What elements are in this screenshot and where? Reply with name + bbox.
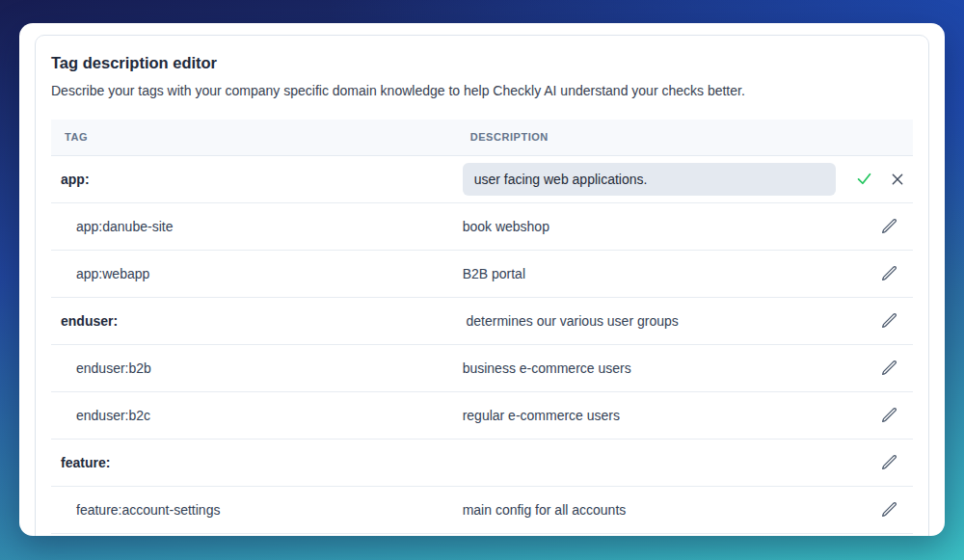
description-label: main config for all accounts: [463, 502, 627, 518]
tag-label: app:danube-site: [76, 219, 173, 234]
table-header-row: TAG DESCRIPTION: [51, 120, 913, 156]
tag-label: app:webapp: [76, 266, 149, 281]
pencil-icon: [881, 454, 897, 470]
table-row-editing: app:: [51, 156, 913, 203]
table-row: feature:account-settings main config for…: [51, 487, 913, 534]
table-row: enduser: determines our various user gro…: [51, 298, 913, 345]
cancel-button[interactable]: [888, 170, 907, 189]
description-label: business e-commerce users: [463, 360, 631, 376]
table-row: enduser:b2c regular e-commerce users: [51, 392, 913, 440]
tag-label: enduser:b2c: [76, 408, 150, 423]
column-header-tag: TAG: [51, 131, 461, 143]
column-header-description: DESCRIPTION: [461, 131, 842, 143]
tag-editor-panel: Tag description editor Describe your tag…: [35, 35, 929, 536]
tag-label: feature:account-settings: [76, 502, 220, 518]
tag-label: enduser:: [61, 313, 118, 329]
table-body: app: app:danube-site book webshop: [51, 156, 913, 534]
edit-button[interactable]: [879, 216, 899, 236]
pencil-icon: [881, 218, 897, 234]
description-label: book webshop: [463, 219, 549, 234]
table-row: feature:: [51, 440, 913, 487]
tag-table: TAG DESCRIPTION app:: [51, 120, 913, 534]
edit-button[interactable]: [879, 358, 899, 378]
edit-button[interactable]: [879, 405, 899, 425]
tag-editor-card: Tag description editor Describe your tag…: [19, 23, 945, 536]
description-input[interactable]: [463, 163, 836, 196]
page-subtitle: Describe your tags with your company spe…: [51, 82, 913, 99]
edit-button[interactable]: [879, 263, 899, 283]
table-row: app:webapp B2B portal: [51, 251, 913, 298]
pencil-icon: [881, 501, 897, 518]
pencil-icon: [881, 312, 897, 329]
tag-label: enduser:b2b: [76, 360, 151, 376]
table-row: app:danube-site book webshop: [51, 203, 913, 251]
page-title: Tag description editor: [51, 53, 913, 73]
pencil-icon: [881, 407, 897, 423]
pencil-icon: [881, 360, 897, 376]
edit-button[interactable]: [879, 452, 899, 472]
edit-button[interactable]: [879, 499, 899, 520]
tag-label: feature:: [61, 455, 110, 470]
description-label: determines our various user groups: [463, 313, 679, 329]
x-icon: [890, 172, 905, 187]
table-row: enduser:b2b business e-commerce users: [51, 345, 913, 392]
check-icon: [855, 170, 873, 188]
tag-label: app:: [61, 172, 90, 187]
edit-button[interactable]: [879, 310, 899, 331]
pencil-icon: [881, 265, 897, 281]
description-label: regular e-commerce users: [463, 408, 620, 423]
description-label: B2B portal: [463, 266, 525, 281]
confirm-button[interactable]: [853, 168, 875, 190]
